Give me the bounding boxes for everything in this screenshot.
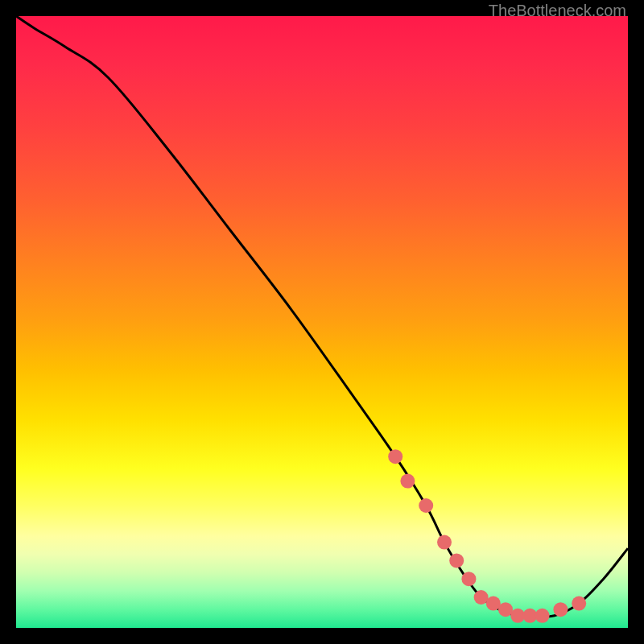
marker-point xyxy=(461,572,476,586)
marker-point xyxy=(419,498,433,513)
marker-point xyxy=(449,553,464,568)
marker-point xyxy=(535,609,550,623)
marker-point xyxy=(572,597,586,611)
marker-point xyxy=(553,602,568,617)
chart-svg xyxy=(16,16,628,628)
plot-area xyxy=(16,16,628,628)
marker-point xyxy=(400,474,415,489)
chart-container: TheBottleneck.com xyxy=(0,0,644,644)
curve-line xyxy=(16,16,628,617)
marker-point xyxy=(437,535,452,550)
marker-point xyxy=(388,449,402,464)
highlight-markers xyxy=(388,449,586,623)
